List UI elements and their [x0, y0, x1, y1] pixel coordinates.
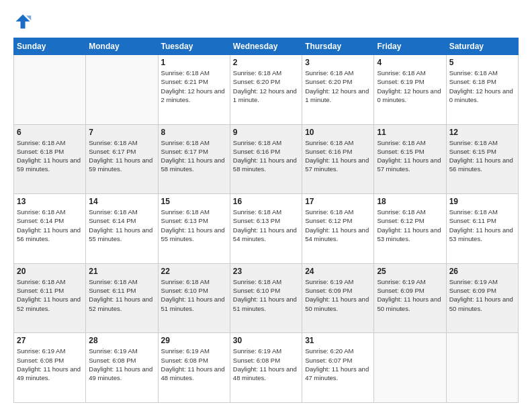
day-number: 11 [377, 128, 443, 137]
calendar-cell [374, 333, 446, 403]
calendar-cell: 4Sunrise: 6:18 AM Sunset: 6:19 PM Daylig… [374, 55, 446, 125]
day-number: 29 [161, 336, 227, 345]
header [13, 12, 519, 31]
calendar-cell: 14Sunrise: 6:18 AM Sunset: 6:14 PM Dayli… [86, 194, 158, 264]
day-header-friday: Friday [374, 38, 446, 55]
day-header-sunday: Sunday [14, 38, 86, 55]
calendar-week-row: 27Sunrise: 6:19 AM Sunset: 6:08 PM Dayli… [14, 333, 519, 403]
day-number: 20 [17, 267, 83, 276]
day-number: 8 [161, 128, 227, 137]
day-info: Sunrise: 6:18 AM Sunset: 6:17 PM Dayligh… [161, 138, 227, 174]
calendar-cell: 13Sunrise: 6:18 AM Sunset: 6:14 PM Dayli… [14, 194, 86, 264]
calendar-cell: 20Sunrise: 6:18 AM Sunset: 6:11 PM Dayli… [14, 263, 86, 333]
day-info: Sunrise: 6:19 AM Sunset: 6:08 PM Dayligh… [17, 347, 83, 382]
calendar-cell: 30Sunrise: 6:19 AM Sunset: 6:08 PM Dayli… [230, 333, 302, 403]
calendar-cell: 2Sunrise: 6:18 AM Sunset: 6:20 PM Daylig… [230, 55, 302, 125]
day-info: Sunrise: 6:18 AM Sunset: 6:21 PM Dayligh… [161, 68, 227, 104]
calendar-cell: 19Sunrise: 6:18 AM Sunset: 6:11 PM Dayli… [446, 194, 518, 264]
day-info: Sunrise: 6:18 AM Sunset: 6:20 PM Dayligh… [233, 68, 299, 104]
calendar-cell: 8Sunrise: 6:18 AM Sunset: 6:17 PM Daylig… [158, 124, 230, 194]
day-number: 4 [377, 58, 443, 67]
calendar-cell: 12Sunrise: 6:18 AM Sunset: 6:15 PM Dayli… [446, 124, 518, 194]
calendar-cell: 21Sunrise: 6:18 AM Sunset: 6:11 PM Dayli… [86, 263, 158, 333]
calendar-cell: 10Sunrise: 6:18 AM Sunset: 6:16 PM Dayli… [302, 124, 374, 194]
calendar-cell: 31Sunrise: 6:20 AM Sunset: 6:07 PM Dayli… [302, 333, 374, 403]
day-info: Sunrise: 6:20 AM Sunset: 6:07 PM Dayligh… [305, 347, 371, 382]
day-info: Sunrise: 6:18 AM Sunset: 6:20 PM Dayligh… [305, 68, 371, 104]
day-number: 16 [233, 197, 299, 206]
day-info: Sunrise: 6:18 AM Sunset: 6:10 PM Dayligh… [161, 277, 227, 313]
calendar-cell: 16Sunrise: 6:18 AM Sunset: 6:13 PM Dayli… [230, 194, 302, 264]
logo [13, 12, 35, 31]
day-info: Sunrise: 6:18 AM Sunset: 6:14 PM Dayligh… [17, 208, 83, 243]
day-number: 9 [233, 128, 299, 137]
day-info: Sunrise: 6:18 AM Sunset: 6:19 PM Dayligh… [377, 68, 443, 104]
calendar-cell: 25Sunrise: 6:19 AM Sunset: 6:09 PM Dayli… [374, 263, 446, 333]
day-info: Sunrise: 6:18 AM Sunset: 6:17 PM Dayligh… [89, 138, 154, 174]
day-info: Sunrise: 6:19 AM Sunset: 6:09 PM Dayligh… [377, 277, 443, 313]
calendar-cell: 5Sunrise: 6:18 AM Sunset: 6:18 PM Daylig… [446, 55, 518, 125]
calendar-cell: 15Sunrise: 6:18 AM Sunset: 6:13 PM Dayli… [158, 194, 230, 264]
calendar-cell: 23Sunrise: 6:18 AM Sunset: 6:10 PM Dayli… [230, 263, 302, 333]
calendar-cell: 6Sunrise: 6:18 AM Sunset: 6:18 PM Daylig… [14, 124, 86, 194]
day-number: 3 [305, 58, 371, 67]
calendar-cell: 22Sunrise: 6:18 AM Sunset: 6:10 PM Dayli… [158, 263, 230, 333]
day-number: 14 [89, 197, 154, 206]
day-number: 17 [305, 197, 371, 206]
calendar-cell: 26Sunrise: 6:19 AM Sunset: 6:09 PM Dayli… [446, 263, 518, 333]
day-number: 21 [89, 267, 154, 276]
day-number: 24 [305, 267, 371, 276]
day-info: Sunrise: 6:18 AM Sunset: 6:15 PM Dayligh… [449, 138, 515, 174]
day-info: Sunrise: 6:18 AM Sunset: 6:16 PM Dayligh… [233, 138, 299, 174]
calendar-cell [14, 55, 86, 125]
calendar-table: SundayMondayTuesdayWednesdayThursdayFrid… [13, 38, 519, 403]
calendar-cell [86, 55, 158, 125]
day-number: 19 [449, 197, 515, 206]
day-number: 15 [161, 197, 227, 206]
day-number: 31 [305, 336, 371, 345]
day-header-monday: Monday [86, 38, 158, 55]
day-info: Sunrise: 6:18 AM Sunset: 6:13 PM Dayligh… [161, 208, 227, 243]
day-number: 28 [89, 336, 154, 345]
day-number: 12 [449, 128, 515, 137]
day-info: Sunrise: 6:18 AM Sunset: 6:11 PM Dayligh… [89, 277, 154, 313]
calendar-week-row: 6Sunrise: 6:18 AM Sunset: 6:18 PM Daylig… [14, 124, 519, 194]
day-number: 23 [233, 267, 299, 276]
day-info: Sunrise: 6:18 AM Sunset: 6:13 PM Dayligh… [233, 208, 299, 243]
day-info: Sunrise: 6:18 AM Sunset: 6:16 PM Dayligh… [305, 138, 371, 174]
day-number: 2 [233, 58, 299, 67]
day-info: Sunrise: 6:19 AM Sunset: 6:09 PM Dayligh… [305, 277, 371, 313]
day-number: 7 [89, 128, 154, 137]
day-info: Sunrise: 6:19 AM Sunset: 6:09 PM Dayligh… [449, 277, 515, 313]
day-info: Sunrise: 6:18 AM Sunset: 6:14 PM Dayligh… [89, 208, 154, 243]
calendar-week-row: 1Sunrise: 6:18 AM Sunset: 6:21 PM Daylig… [14, 55, 519, 125]
logo-icon [13, 12, 32, 31]
day-header-wednesday: Wednesday [230, 38, 302, 55]
calendar-cell: 18Sunrise: 6:18 AM Sunset: 6:12 PM Dayli… [374, 194, 446, 264]
day-number: 13 [17, 197, 83, 206]
day-info: Sunrise: 6:18 AM Sunset: 6:11 PM Dayligh… [17, 277, 83, 313]
day-header-tuesday: Tuesday [158, 38, 230, 55]
calendar-cell: 11Sunrise: 6:18 AM Sunset: 6:15 PM Dayli… [374, 124, 446, 194]
calendar-header-row: SundayMondayTuesdayWednesdayThursdayFrid… [14, 38, 519, 55]
day-number: 10 [305, 128, 371, 137]
calendar-cell: 17Sunrise: 6:18 AM Sunset: 6:12 PM Dayli… [302, 194, 374, 264]
day-header-thursday: Thursday [302, 38, 374, 55]
day-info: Sunrise: 6:19 AM Sunset: 6:08 PM Dayligh… [161, 347, 227, 382]
calendar-cell: 7Sunrise: 6:18 AM Sunset: 6:17 PM Daylig… [86, 124, 158, 194]
day-number: 27 [17, 336, 83, 345]
calendar-cell: 9Sunrise: 6:18 AM Sunset: 6:16 PM Daylig… [230, 124, 302, 194]
day-number: 22 [161, 267, 227, 276]
calendar-week-row: 13Sunrise: 6:18 AM Sunset: 6:14 PM Dayli… [14, 194, 519, 264]
day-header-saturday: Saturday [446, 38, 518, 55]
day-number: 6 [17, 128, 83, 137]
day-info: Sunrise: 6:18 AM Sunset: 6:11 PM Dayligh… [449, 208, 515, 243]
calendar-week-row: 20Sunrise: 6:18 AM Sunset: 6:11 PM Dayli… [14, 263, 519, 333]
day-info: Sunrise: 6:18 AM Sunset: 6:12 PM Dayligh… [377, 208, 443, 243]
day-info: Sunrise: 6:18 AM Sunset: 6:18 PM Dayligh… [17, 138, 83, 174]
calendar-cell [446, 333, 518, 403]
calendar-cell: 27Sunrise: 6:19 AM Sunset: 6:08 PM Dayli… [14, 333, 86, 403]
day-number: 26 [449, 267, 515, 276]
day-number: 18 [377, 197, 443, 206]
day-info: Sunrise: 6:19 AM Sunset: 6:08 PM Dayligh… [233, 347, 299, 382]
